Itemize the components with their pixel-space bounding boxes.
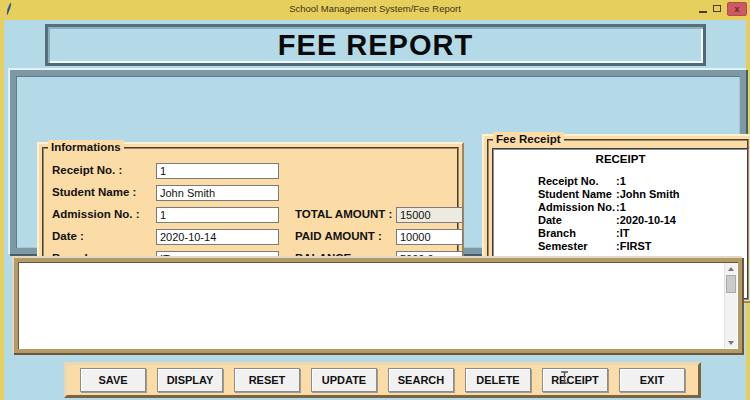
- paid-amount-input[interactable]: [396, 229, 463, 245]
- button-bar: SAVE DISPLAY RESET UPDATE SEARCH DELETE …: [64, 362, 701, 398]
- search-button[interactable]: SEARCH: [388, 368, 454, 392]
- date-label: Date :: [52, 230, 84, 242]
- window-controls: x: [699, 1, 747, 16]
- vertical-scrollbar[interactable]: [724, 263, 737, 348]
- titlebar: School Management System/Fee Report x: [0, 0, 750, 17]
- admission-no-label: Admission No. :: [52, 208, 140, 220]
- mouse-cursor-icon: [560, 371, 569, 384]
- receipt-title: RECEIPT: [494, 153, 747, 165]
- student-name-input[interactable]: [156, 185, 279, 201]
- receipt-line: Semester:FIRST: [538, 240, 747, 253]
- receipt-line: Student Name:John Smith: [538, 188, 747, 201]
- paid-amount-label: PAID AMOUNT :: [295, 230, 382, 242]
- total-amount-input[interactable]: [396, 207, 463, 223]
- close-icon[interactable]: x: [727, 2, 747, 16]
- scrollbar-thumb[interactable]: [726, 275, 736, 293]
- maximize-icon[interactable]: [713, 5, 721, 12]
- save-button[interactable]: SAVE: [80, 368, 146, 392]
- page-title: FEE REPORT: [278, 29, 473, 62]
- exit-button[interactable]: EXIT: [619, 368, 685, 392]
- app-feather-icon: [4, 2, 14, 16]
- window-body: FEE REPORT Informations Receipt No. : St…: [4, 20, 746, 400]
- receipt-line: Branch:IT: [538, 227, 747, 240]
- date-input[interactable]: [156, 229, 279, 245]
- student-name-label: Student Name :: [52, 186, 136, 198]
- display-button[interactable]: DISPLAY: [157, 368, 223, 392]
- page-header: FEE REPORT: [45, 24, 706, 66]
- reset-button[interactable]: RESET: [234, 368, 300, 392]
- receipt-no-input[interactable]: [156, 163, 279, 179]
- receipt-line: Admission No.:1: [538, 201, 747, 214]
- informations-legend: Informations: [48, 140, 124, 154]
- fee-receipt-legend: Fee Receipt: [493, 132, 564, 146]
- app-window: School Management System/Fee Report x FE…: [0, 0, 750, 400]
- update-button[interactable]: UPDATE: [311, 368, 377, 392]
- scrollbar-up-icon[interactable]: [725, 263, 737, 274]
- receipt-button[interactable]: RECEIPT: [542, 368, 608, 392]
- minimize-icon[interactable]: [699, 11, 707, 13]
- scrollbar-down-icon[interactable]: [725, 337, 737, 348]
- delete-button[interactable]: DELETE: [465, 368, 531, 392]
- admission-no-input[interactable]: [156, 207, 279, 223]
- output-text-area[interactable]: [14, 258, 742, 353]
- receipt-no-label: Receipt No. :: [52, 164, 122, 176]
- window-title: School Management System/Fee Report: [0, 3, 750, 14]
- total-amount-label: TOTAL AMOUNT :: [295, 208, 392, 220]
- receipt-line: Receipt No.:1: [538, 175, 747, 188]
- main-panel: Informations Receipt No. : Student Name …: [10, 70, 746, 254]
- receipt-line: Date:2020-10-14: [538, 214, 747, 227]
